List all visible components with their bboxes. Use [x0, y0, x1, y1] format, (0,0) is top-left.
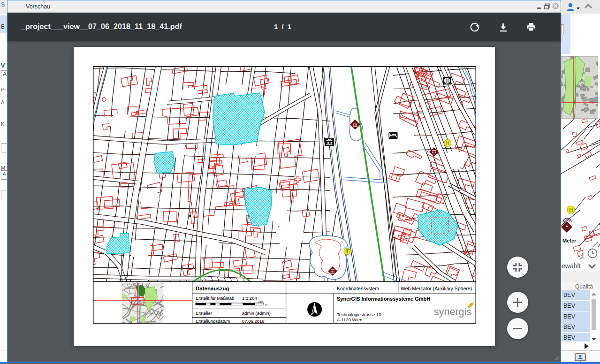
svg-text:H: H	[446, 140, 449, 146]
svg-text:H: H	[569, 207, 573, 213]
svg-text:Koordinatensystem: Koordinatensystem	[337, 286, 379, 291]
svg-text:Erstellt für Maßstab: Erstellt für Maßstab	[196, 296, 234, 301]
svg-text:Datenauszug: Datenauszug	[196, 286, 229, 291]
svg-text:m: m	[265, 303, 267, 306]
svg-text:160: 160	[258, 300, 263, 303]
svg-text:Technologiestrasse 10: Technologiestrasse 10	[337, 312, 381, 317]
svg-text:1:3.204: 1:3.204	[242, 296, 257, 301]
svg-text:A-1120 Wien: A-1120 Wien	[337, 317, 362, 322]
svg-text:SynerGIS Informationssysteme G: SynerGIS Informationssysteme GmbH	[337, 296, 430, 302]
svg-text:synergis: synergis	[434, 306, 471, 318]
svg-text:Web Mercator (Auxiliary Sphere: Web Mercator (Auxiliary Sphere)	[401, 286, 472, 291]
svg-text:T: T	[346, 249, 349, 254]
svg-text:admin (admin): admin (admin)	[242, 311, 271, 316]
svg-text:Meter: Meter	[562, 238, 577, 243]
svg-text:07.06.2018: 07.06.2018	[242, 318, 265, 324]
svg-text:Ersteller: Ersteller	[196, 311, 212, 316]
svg-text:Erstellungsdatum: Erstellungsdatum	[196, 318, 230, 324]
